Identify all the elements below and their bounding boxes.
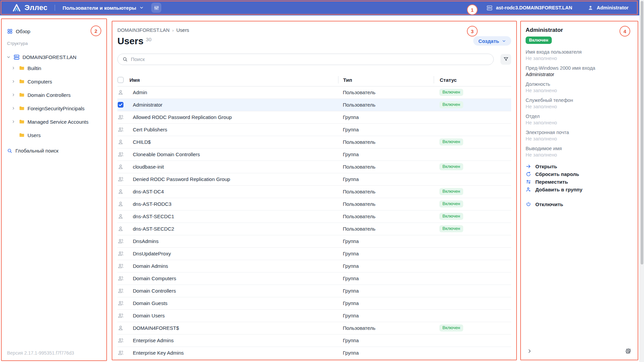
brand-name: Эллес (24, 3, 47, 12)
structure-section-label: Структура (7, 41, 102, 46)
group-icon (117, 250, 124, 257)
breadcrumb-domain[interactable]: DOMAIN3FOREST.LAN (117, 27, 170, 33)
user-icon (117, 188, 124, 195)
row-name: DOMAIN4FOREST$ (129, 325, 338, 331)
module-switcher[interactable]: Пользователи и компьютеры (62, 5, 144, 11)
table-row[interactable]: Allowed RODC Password Replication Group … (117, 111, 511, 124)
chevron-right-icon[interactable] (11, 79, 16, 83)
row-status-badge: Включен (439, 324, 463, 331)
logo-icon (12, 3, 21, 12)
table-row[interactable]: DnsUpdateProxy Группа (117, 248, 511, 260)
select-all-checkbox[interactable] (117, 77, 129, 83)
sidebar-item-overview-label: Обзор (16, 28, 30, 34)
table-row[interactable]: dns-AST-SECDC1 Пользователь Включен (117, 210, 511, 223)
action-label: Открыть (535, 164, 557, 169)
create-button-label: Создать (478, 38, 499, 44)
table-row[interactable]: Domain Computers Группа (117, 273, 511, 285)
table-row[interactable]: DOMAIN4FOREST$ Пользователь Включен (117, 322, 511, 335)
quick-settings-button[interactable] (151, 3, 161, 13)
table-row[interactable]: Denied RODC Password Replication Group Г… (117, 173, 511, 186)
row-name: Cert Publishers (129, 127, 338, 132)
table-row[interactable]: DnsAdmins Группа (117, 235, 511, 248)
row-status-badge: Включен (439, 188, 463, 195)
group-icon (117, 114, 124, 120)
tree-item-folder[interactable]: Computers (6, 75, 102, 88)
table-row[interactable]: Cert Publishers Группа (117, 124, 511, 136)
group-icon (117, 337, 124, 344)
table-row[interactable]: dns-AST-SECDC2 Пользователь Включен (117, 223, 511, 235)
row-type: Группа (338, 251, 434, 256)
group-icon (117, 312, 124, 319)
table-row[interactable]: Admin Пользователь Включен (117, 86, 511, 99)
filter-button[interactable] (500, 54, 511, 65)
chevron-right-icon[interactable] (11, 106, 16, 110)
table-row[interactable]: dns-AST-RODC3 Пользователь Включен (117, 198, 511, 210)
chevron-right-icon[interactable] (11, 66, 16, 70)
row-type: Пользователь (338, 164, 434, 170)
field-label: Пред-Windows 2000 имя входа (526, 65, 633, 71)
sidebar-item-overview[interactable]: Обзор (6, 28, 102, 34)
row-name: Domain Controllers (129, 288, 338, 294)
group-icon (117, 300, 124, 306)
objects-table: Имя Тип Статус Admin Пользователь (117, 74, 511, 359)
scrollbar-thumb[interactable] (641, 1, 643, 264)
chevron-right-icon[interactable] (11, 93, 16, 97)
search-box[interactable] (117, 54, 494, 65)
group-icon (117, 350, 124, 356)
search-input[interactable] (131, 56, 489, 62)
column-header-type[interactable]: Тип (338, 76, 434, 83)
row-type: Пользователь (338, 102, 434, 108)
tree-root-domain[interactable]: DOMAIN3FOREST.LAN (6, 53, 102, 61)
tree-item-folder[interactable]: Domain Controllers (6, 88, 102, 102)
table-row[interactable]: Cloneable Domain Controllers Группа (117, 148, 511, 161)
chevron-down-icon[interactable] (6, 55, 11, 59)
action-label: Добавить в группу (535, 187, 582, 192)
table-row[interactable]: dns-AST-DC4 Пользователь Включен (117, 186, 511, 198)
row-name: Enterprise Admins (129, 338, 338, 343)
collapse-panel-button[interactable] (526, 347, 533, 355)
row-name: dns-AST-DC4 (129, 189, 338, 194)
action-label: Сбросить пароль (535, 171, 579, 177)
row-name: Administrator (129, 102, 338, 108)
current-user[interactable]: Administrator (588, 5, 629, 11)
tree-item-folder[interactable]: Builtin (6, 61, 102, 75)
table-row[interactable]: Domain Admins Группа (117, 260, 511, 273)
action-item[interactable]: Сбросить пароль (526, 170, 633, 178)
table-row[interactable]: Domain Controllers Группа (117, 285, 511, 297)
move-icon (526, 179, 531, 185)
action-item[interactable]: Отключить (526, 200, 633, 208)
sidebar-item-global-search[interactable]: Глобальный поиск (6, 148, 102, 154)
group-icon (117, 126, 124, 133)
tree-item-label: Managed Service Accounts (28, 119, 89, 125)
row-type: Группа (338, 288, 434, 294)
chevron-right-icon[interactable] (11, 133, 16, 137)
table-row[interactable]: Enterprise Key Admins Группа (117, 347, 511, 359)
column-header-name[interactable]: Имя (129, 77, 338, 83)
table-row[interactable]: Domain Users Группа (117, 310, 511, 322)
table-row[interactable]: Enterprise Admins Группа (117, 335, 511, 347)
tree-item-folder[interactable]: Managed Service Accounts (6, 115, 102, 128)
page-scrollbar[interactable] (639, 0, 644, 362)
field-value: Не заполнено (526, 55, 633, 62)
row-name: Domain Users (129, 313, 338, 318)
current-server[interactable]: ast-rodc3.DOMAIN3FOREST.LAN (486, 5, 572, 11)
table-row[interactable]: Administrator Пользователь Включен (117, 99, 511, 111)
details-field: Отдел Не заполнено (526, 113, 633, 126)
panel-settings-button[interactable] (624, 347, 633, 356)
app-version: Версия 2.17.1-995351.f7f776d3 (7, 350, 74, 356)
row-checkbox-checked[interactable] (117, 102, 124, 108)
action-item[interactable]: Открыть (526, 163, 633, 170)
table-row[interactable]: cloudbase-init Пользователь Включен (117, 161, 511, 173)
create-button[interactable]: Создать (473, 36, 511, 46)
chevron-right-icon[interactable] (11, 120, 16, 124)
tree-root-label: DOMAIN3FOREST.LAN (22, 54, 76, 60)
page-title: Users (117, 36, 144, 47)
action-item[interactable]: Переместить (526, 178, 633, 186)
group-icon (117, 275, 124, 282)
tree-item-folder[interactable]: ForeignSecurityPrincipals (6, 102, 102, 115)
table-row[interactable]: CHILD$ Пользователь Включен (117, 136, 511, 148)
tree-item-folder[interactable]: Users (6, 128, 102, 142)
table-row[interactable]: Domain Guests Группа (117, 297, 511, 310)
column-header-status[interactable]: Статус (434, 76, 511, 83)
action-item[interactable]: Добавить в группу (526, 186, 633, 193)
